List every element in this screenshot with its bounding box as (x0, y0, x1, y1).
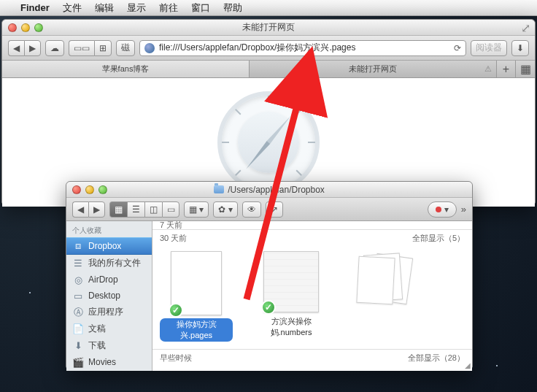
sidebar-item-label: 下载 (88, 339, 106, 352)
sidebar-item-desktop[interactable]: ▭ Desktop (66, 288, 152, 304)
column-view-button[interactable]: ◫ (144, 201, 162, 218)
sidebar-item-allfiles[interactable]: ☰ 我的所有文件 (66, 255, 152, 272)
address-bar[interactable]: file:///Users/applefan/Dropbox/操你妈方滨兴.pa… (139, 40, 466, 56)
menubar: Finder 文件 编辑 显示 前往 窗口 帮助 (0, 0, 537, 16)
tab-bar: 苹果fans博客 未能打开网页 ⚠ + ▦ (2, 61, 535, 78)
folder-icon (214, 185, 224, 193)
sidebar-item-label: 应用程序 (88, 306, 123, 318)
file-item[interactable]: ✓ 操你妈方滨兴.pages (160, 251, 233, 342)
safari-compass-icon (217, 91, 320, 193)
sidebar-item-label: 我的所有文件 (88, 257, 141, 269)
url-text: file:///Users/applefan/Dropbox/操你妈方滨兴.pa… (159, 42, 355, 54)
arrange-button[interactable]: ▦ ▾ (184, 201, 209, 218)
menu-window[interactable]: 窗口 (191, 1, 210, 15)
new-tab-button[interactable]: + (497, 61, 516, 77)
site-icon (144, 43, 155, 53)
sidebar-item-label: AirDrop (88, 274, 118, 285)
downloads-button[interactable]: ⬇ (511, 40, 529, 56)
app-name[interactable]: Finder (20, 2, 50, 13)
finder-forward-button[interactable]: ▶ (88, 201, 105, 218)
file-pane[interactable]: 7 天前 30 天前 全部显示（5） ✓ 操你妈方滨兴.pages (152, 221, 472, 371)
show-all-link[interactable]: 全部显示（5） (412, 233, 465, 244)
finder-window-title: /Users/applefan/Dropbox (72, 185, 466, 195)
coverflow-view-button[interactable]: ▭ (162, 201, 179, 218)
view-mode-group: ▦ ☰ ◫ ▭ (109, 201, 179, 218)
downloads-icon: ⬇ (72, 340, 84, 352)
minimize-button[interactable] (85, 185, 94, 194)
zoom-button[interactable] (98, 185, 107, 194)
bookmark-button[interactable]: 磁 (116, 40, 135, 56)
fullscreen-icon[interactable]: ⤢ (520, 23, 530, 33)
forward-button[interactable]: ▶ (24, 40, 41, 56)
sidebar-item-label: Desktop (88, 291, 120, 301)
finder-toolbar: ◀ ▶ ▦ ☰ ◫ ▭ ▦ ▾ ✿ ▾ 👁 ↗ ▾ » (66, 198, 472, 221)
menu-edit[interactable]: 编辑 (95, 1, 114, 15)
tab-label: 未能打开网页 (349, 64, 397, 74)
sidebar-item-dropbox[interactable]: ⧈ Dropbox (66, 237, 152, 255)
bookmark-bar-icon[interactable]: ▭▭ (69, 40, 94, 56)
sidebar-section-header: 个人收藏 (66, 221, 152, 237)
topsites-icon[interactable]: ⊞ (94, 40, 112, 56)
file-stack[interactable] (349, 251, 415, 342)
documents-icon: 📄 (72, 323, 84, 335)
sidebar-item-airdrop[interactable]: ◎ AirDrop (66, 272, 152, 288)
close-button[interactable] (8, 23, 17, 32)
tab-2[interactable]: 未能打开网页 ⚠ (250, 61, 497, 77)
finder-titlebar[interactable]: /Users/applefan/Dropbox (66, 182, 472, 198)
reader-button[interactable]: 阅读器 (471, 40, 507, 56)
safari-toolbar: ◀ ▶ ☁ ▭▭ ⊞ 磁 file:///Users/applefan/Drop… (2, 36, 535, 61)
finder-back-button[interactable]: ◀ (72, 201, 88, 218)
back-button[interactable]: ◀ (8, 40, 24, 56)
zoom-button[interactable] (34, 23, 43, 32)
tab-1[interactable]: 苹果fans博客 (2, 61, 250, 77)
file-label: 操你妈方滨兴.pages (160, 318, 233, 342)
file-label: 方滨兴操你妈.numbers (255, 315, 328, 339)
nav-group: ◀ ▶ (8, 40, 41, 56)
close-button[interactable] (72, 185, 81, 194)
tab-label: 苹果fans博客 (102, 64, 150, 74)
section-label: 7 天前 (160, 221, 182, 230)
toolbar-overflow-icon[interactable]: » (461, 204, 466, 215)
finder-sidebar: 个人收藏 ⧈ Dropbox ☰ 我的所有文件 ◎ AirDrop ▭ Desk… (66, 221, 152, 371)
menu-help[interactable]: 帮助 (223, 1, 242, 15)
bookmark-group: ▭▭ ⊞ (69, 40, 112, 56)
refresh-icon[interactable]: ⟳ (454, 43, 461, 53)
icloud-button[interactable]: ☁ (45, 40, 64, 56)
menu-view[interactable]: 显示 (127, 1, 146, 15)
numbers-thumbnail-icon: ✓ (263, 251, 319, 312)
safari-window-title: 未能打开网页 (8, 21, 529, 34)
sidebar-item-documents[interactable]: 📄 文稿 (66, 320, 152, 337)
safari-titlebar[interactable]: 未能打开网页 ⤢ (2, 20, 535, 36)
finder-body: 个人收藏 ⧈ Dropbox ☰ 我的所有文件 ◎ AirDrop ▭ Desk… (66, 221, 472, 371)
warning-icon: ⚠ (484, 64, 492, 74)
quicklook-button[interactable]: 👁 (242, 201, 261, 218)
sidebar-item-label: 文稿 (88, 323, 106, 335)
sidebar-item-downloads[interactable]: ⬇ 下载 (66, 337, 152, 354)
share-button[interactable]: ↗ (266, 201, 283, 218)
sidebar-item-label: Dropbox (88, 241, 121, 251)
menu-file[interactable]: 文件 (63, 1, 82, 15)
pages-thumbnail-icon: ✓ (171, 251, 222, 315)
show-all-link[interactable]: 全部显示（28） (408, 353, 465, 364)
file-item[interactable]: ✓ 方滨兴操你妈.numbers (255, 251, 328, 342)
synced-badge-icon: ✓ (169, 303, 183, 318)
tab-overview-icon[interactable]: ▦ (516, 61, 535, 77)
tag-button[interactable]: ▾ (428, 201, 456, 218)
dropbox-icon: ⧈ (72, 240, 84, 252)
finder-path: /Users/applefan/Dropbox (228, 185, 325, 195)
menu-go[interactable]: 前往 (159, 1, 178, 15)
allfiles-icon: ☰ (72, 258, 84, 269)
section-label: 早些时候 (160, 353, 192, 364)
sidebar-item-apps[interactable]: Ⓐ 应用程序 (66, 304, 152, 320)
resize-handle-icon[interactable]: ◢ (465, 361, 471, 369)
icon-view-button[interactable]: ▦ (109, 201, 127, 218)
finder-window: /Users/applefan/Dropbox ◀ ▶ ▦ ☰ ◫ ▭ ▦ ▾ … (66, 181, 473, 370)
sidebar-item-movies[interactable]: 🎬 Movies (66, 354, 152, 370)
finder-nav-group: ◀ ▶ (72, 201, 105, 218)
minimize-button[interactable] (21, 23, 30, 32)
desktop-icon: ▭ (72, 290, 84, 301)
sidebar-item-label: Movies (88, 357, 116, 367)
section-label: 30 天前 (160, 233, 187, 244)
list-view-button[interactable]: ☰ (127, 201, 144, 218)
action-button[interactable]: ✿ ▾ (213, 201, 237, 218)
